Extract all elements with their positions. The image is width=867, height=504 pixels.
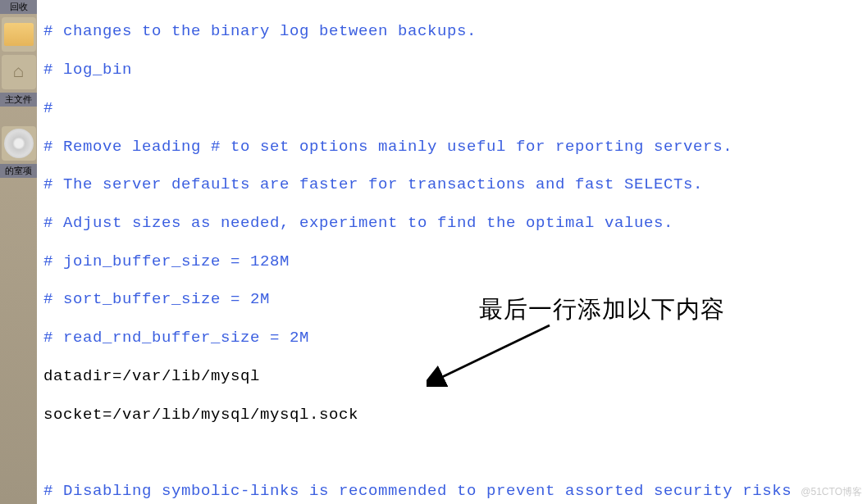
folder-icon[interactable] — [2, 17, 36, 52]
code-line: # sort_buffer_size = 2M — [43, 290, 867, 309]
code-line: # Adjust sizes as needed, experiment to … — [43, 214, 867, 233]
code-line: socket=/var/lib/mysql/mysql.sock — [43, 406, 867, 425]
home-icon[interactable]: ⌂ — [2, 55, 36, 89]
watermark: @51CTO博客 — [801, 485, 862, 499]
main-files-label: 主文件 — [0, 93, 37, 107]
code-line: # The server defaults are faster for tra… — [43, 175, 867, 194]
code-line: # — [43, 99, 867, 118]
code-line: # join_buffer_size = 128M — [43, 252, 867, 271]
blank-line — [43, 443, 867, 462]
arrow-icon — [427, 321, 566, 387]
code-line: # changes to the binary log between back… — [43, 22, 867, 41]
vim-editor[interactable]: # changes to the binary log between back… — [37, 0, 867, 504]
recycle-label: 回收 — [0, 0, 37, 14]
svg-line-0 — [439, 325, 550, 379]
code-line: # Remove leading # to set options mainly… — [43, 138, 867, 157]
desktop-sidebar: 回收 ⌂ 主文件 的室项 — [0, 0, 37, 504]
code-line: # Disabling symbolic-links is recommende… — [43, 482, 867, 501]
code-line: # log_bin — [43, 61, 867, 79]
disc-icon[interactable] — [2, 126, 36, 161]
drive-label: 的室项 — [0, 164, 37, 178]
